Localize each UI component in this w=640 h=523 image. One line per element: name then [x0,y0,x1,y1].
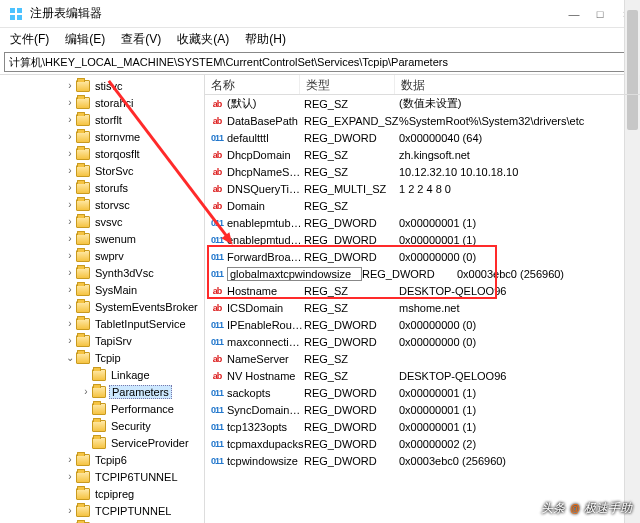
menu-favorites[interactable]: 收藏夹(A) [171,29,235,50]
expand-icon[interactable]: › [64,454,76,465]
tree-view[interactable]: ›stisvc›storahci›storflt›stornvme›storqo… [0,75,205,523]
tree-node[interactable]: ›TCPIP6TUNNEL [0,468,204,485]
expand-icon[interactable]: › [64,114,76,125]
expand-icon[interactable]: › [64,199,76,210]
menu-help[interactable]: 帮助(H) [239,29,292,50]
tree-node[interactable]: ⌄Tcpip [0,349,204,366]
tree-node[interactable]: Security [0,417,204,434]
expand-icon[interactable]: › [64,284,76,295]
value-name: ICSDomain [227,302,304,314]
minimize-button[interactable]: — [568,8,580,20]
tree-node[interactable]: ›storvsc [0,196,204,213]
value-row[interactable]: 011tcpwindowsizeREG_DWORD0x0003ebc0 (256… [205,452,640,469]
value-type: REG_SZ [304,285,399,297]
expand-icon[interactable]: › [64,250,76,261]
tree-node[interactable]: ›Tcpip6 [0,451,204,468]
svg-rect-1 [17,8,22,13]
value-row[interactable]: abNV HostnameREG_SZDESKTOP-QELOO96 [205,367,640,384]
expand-icon[interactable]: › [64,505,76,516]
tree-node[interactable]: ›TapiSrv [0,332,204,349]
expand-icon[interactable]: › [64,165,76,176]
expand-icon[interactable]: › [64,318,76,329]
value-row[interactable]: abDhcpDomainREG_SZzh.kingsoft.net [205,146,640,163]
value-name: globalmaxtcpwindowsize [227,267,362,281]
address-bar[interactable]: 计算机\HKEY_LOCAL_MACHINE\SYSTEM\CurrentCon… [4,52,636,72]
dword-icon: 011 [209,233,225,247]
menu-view[interactable]: 查看(V) [115,29,167,50]
col-data[interactable]: 数据 [395,75,640,94]
value-row[interactable]: abDNSQueryTim...REG_MULTI_SZ1 2 2 4 8 0 [205,180,640,197]
menu-edit[interactable]: 编辑(E) [59,29,111,50]
tree-node[interactable]: ›Synth3dVsc [0,264,204,281]
expand-icon[interactable]: › [64,233,76,244]
expand-icon[interactable]: › [64,471,76,482]
value-row[interactable]: 011IPEnableRouterREG_DWORD0x00000000 (0) [205,316,640,333]
tree-node[interactable]: Performance [0,400,204,417]
folder-icon [76,233,90,245]
value-row[interactable]: 011SyncDomainWi...REG_DWORD0x00000001 (1… [205,401,640,418]
tree-node[interactable]: ›storufs [0,179,204,196]
value-row[interactable]: 011sackoptsREG_DWORD0x00000001 (1) [205,384,640,401]
expand-icon[interactable]: › [64,148,76,159]
value-type: REG_DWORD [304,336,399,348]
tree-node[interactable]: ›TabletInputService [0,315,204,332]
tree-node[interactable]: tcpipreg [0,485,204,502]
tree-node[interactable]: ›TCPIPTUNNEL [0,502,204,519]
tree-node[interactable]: ›stisvc [0,77,204,94]
expand-icon[interactable]: › [64,267,76,278]
value-row[interactable]: 011enablepmtubh...REG_DWORD0x00000001 (1… [205,214,640,231]
tree-node[interactable]: tdx [0,519,204,523]
value-name: tcpwindowsize [227,455,304,467]
value-name: tcp1323opts [227,421,304,433]
expand-icon[interactable]: › [80,386,92,397]
menu-file[interactable]: 文件(F) [4,29,55,50]
value-row[interactable]: 011globalmaxtcpwindowsizeREG_DWORD0x0003… [205,265,640,282]
tree-node[interactable]: ›swprv [0,247,204,264]
tree-node[interactable]: ›Parameters [0,383,204,400]
values-list[interactable]: ab(默认)REG_SZ(数值未设置)abDataBasePathREG_EXP… [205,95,640,523]
maximize-button[interactable]: □ [594,8,606,20]
expand-icon[interactable]: › [64,80,76,91]
expand-icon[interactable]: › [64,97,76,108]
value-row[interactable]: 011enablepmtudis...REG_DWORD0x00000001 (… [205,231,640,248]
value-row[interactable]: abDhcpNameSer...REG_SZ10.12.32.10 10.10.… [205,163,640,180]
folder-icon [76,318,90,330]
value-row[interactable]: abHostnameREG_SZDESKTOP-QELOO96 [205,282,640,299]
expand-icon[interactable]: › [64,335,76,346]
value-row[interactable]: 011ForwardBroad...REG_DWORD0x00000000 (0… [205,248,640,265]
dword-icon: 011 [209,216,225,230]
expand-icon[interactable]: › [64,182,76,193]
svg-rect-3 [17,15,22,20]
value-row[interactable]: abNameServerREG_SZ [205,350,640,367]
tree-node[interactable]: ›SysMain [0,281,204,298]
value-row[interactable]: ab(默认)REG_SZ(数值未设置) [205,95,640,112]
tree-node[interactable]: ›swenum [0,230,204,247]
value-type: REG_SZ [304,149,399,161]
tree-node[interactable]: ›storqosflt [0,145,204,162]
value-type: REG_DWORD [304,438,399,450]
value-row[interactable]: 011defaultttlREG_DWORD0x00000040 (64) [205,129,640,146]
tree-node[interactable]: ›stornvme [0,128,204,145]
column-header[interactable]: 名称 类型 数据 [205,75,640,95]
expand-icon[interactable]: ⌄ [64,352,76,363]
value-data: DESKTOP-QELOO96 [399,285,640,297]
tree-node[interactable]: ›StorSvc [0,162,204,179]
value-row[interactable]: 011tcp1323optsREG_DWORD0x00000001 (1) [205,418,640,435]
col-type[interactable]: 类型 [300,75,395,94]
value-row[interactable]: 011maxconnection...REG_DWORD0x00000000 (… [205,333,640,350]
expand-icon[interactable]: › [64,131,76,142]
tree-node[interactable]: ServiceProvider [0,434,204,451]
value-row[interactable]: abDataBasePathREG_EXPAND_SZ%SystemRoot%\… [205,112,640,129]
tree-node[interactable]: ›storahci [0,94,204,111]
value-row[interactable]: 011tcpmaxdupacksREG_DWORD0x00000002 (2) [205,435,640,452]
string-icon: ab [209,182,225,196]
tree-node[interactable]: Linkage [0,366,204,383]
value-row[interactable]: abDomainREG_SZ [205,197,640,214]
expand-icon[interactable]: › [64,216,76,227]
tree-node[interactable]: ›svsvc [0,213,204,230]
col-name[interactable]: 名称 [205,75,300,94]
tree-node[interactable]: ›storflt [0,111,204,128]
expand-icon[interactable]: › [64,301,76,312]
value-row[interactable]: abICSDomainREG_SZmshome.net [205,299,640,316]
tree-node[interactable]: ›SystemEventsBroker [0,298,204,315]
